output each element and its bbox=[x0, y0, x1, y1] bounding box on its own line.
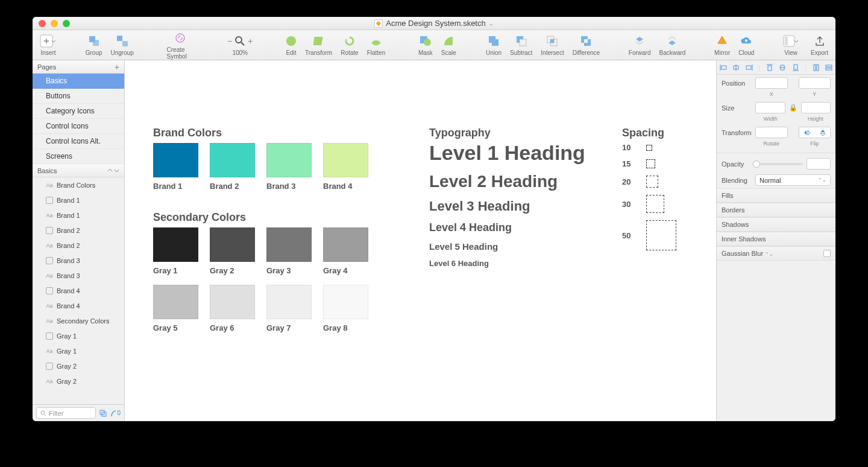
color-swatch[interactable] bbox=[210, 143, 255, 177]
layer-row[interactable]: AaBrand 1 bbox=[33, 208, 124, 223]
window-title-text: Acme Design System.sketch bbox=[386, 19, 485, 28]
layer-row[interactable]: Gray 1 bbox=[33, 328, 124, 343]
color-swatch[interactable] bbox=[323, 285, 368, 319]
artboard-nav-icon[interactable] bbox=[107, 168, 119, 173]
color-swatch[interactable] bbox=[153, 143, 198, 177]
shadows-section[interactable]: Shadows bbox=[717, 217, 835, 232]
spacing-row: 15 bbox=[622, 159, 676, 168]
color-swatch[interactable] bbox=[153, 227, 198, 262]
layer-row[interactable]: AaBrand 2 bbox=[33, 238, 124, 253]
position-y-input[interactable] bbox=[799, 77, 831, 89]
width-input[interactable] bbox=[755, 102, 785, 113]
inner-shadows-section[interactable]: Inner Shadows bbox=[717, 232, 835, 246]
gaussian-blur-section[interactable]: Gaussian Blur ⌃⌄ bbox=[717, 246, 835, 261]
blending-select[interactable]: Normal⌃⌄ bbox=[755, 174, 831, 186]
color-swatch[interactable] bbox=[266, 227, 312, 262]
filter-input[interactable]: Filter bbox=[36, 407, 96, 419]
shape-icon bbox=[46, 287, 53, 294]
mirror-button[interactable]: Mirror bbox=[712, 34, 732, 56]
page-item[interactable]: Basics bbox=[33, 74, 124, 89]
ungroup-button[interactable]: Ungroup bbox=[108, 34, 136, 56]
color-swatch[interactable] bbox=[210, 285, 255, 319]
difference-button[interactable]: Difference bbox=[570, 34, 602, 56]
zoom-control[interactable]: −+ 100% bbox=[225, 34, 255, 56]
titlebar: Acme Design System.sketch ⌄ bbox=[33, 17, 835, 30]
intersect-button[interactable]: Intersect bbox=[538, 34, 566, 56]
svg-rect-3 bbox=[117, 36, 122, 41]
filter-slices-icon[interactable]: 0 bbox=[110, 410, 121, 417]
layer-row[interactable]: Brand 2 bbox=[33, 223, 124, 238]
page-item[interactable]: Category Icons bbox=[33, 104, 124, 119]
shape-icon bbox=[46, 227, 53, 234]
svg-rect-7 bbox=[313, 37, 323, 45]
spacing-box bbox=[646, 159, 655, 168]
layer-row[interactable]: Brand 1 bbox=[33, 192, 124, 208]
filter-symbols-icon[interactable] bbox=[99, 410, 107, 417]
forward-button[interactable]: Forward bbox=[626, 34, 653, 56]
swatch-label: Gray 5 bbox=[153, 323, 198, 332]
layer-row[interactable]: Brand 3 bbox=[33, 253, 124, 268]
opacity-slider[interactable] bbox=[755, 163, 803, 165]
add-page-icon[interactable]: + bbox=[115, 62, 119, 72]
canvas[interactable]: Brand Colors Brand 1Brand 2Brand 3Brand … bbox=[125, 60, 716, 421]
color-swatch[interactable] bbox=[210, 227, 255, 262]
rotate-button[interactable]: Rotate bbox=[338, 34, 360, 56]
backward-button[interactable]: Backward bbox=[656, 34, 688, 56]
heading-sample: Level 2 Heading bbox=[429, 172, 585, 191]
shape-icon bbox=[46, 257, 53, 264]
transform-button[interactable]: Transform bbox=[303, 34, 335, 56]
page-item[interactable]: Buttons bbox=[33, 89, 124, 104]
page-item[interactable]: Control Icons bbox=[33, 119, 124, 134]
fills-section[interactable]: Fills bbox=[717, 188, 835, 203]
cloud-button[interactable]: Cloud bbox=[736, 34, 756, 56]
edit-button[interactable]: Edit bbox=[283, 34, 299, 56]
view-button[interactable]: View bbox=[781, 34, 801, 56]
color-swatch[interactable] bbox=[266, 285, 312, 319]
color-swatch[interactable] bbox=[323, 143, 368, 177]
subtract-button[interactable]: Subtract bbox=[508, 34, 535, 56]
scale-button[interactable]: Scale bbox=[439, 34, 459, 56]
export-button[interactable]: Export bbox=[808, 34, 831, 56]
layer-row[interactable]: AaSecondary Colors bbox=[33, 313, 124, 328]
color-swatch[interactable] bbox=[323, 227, 368, 262]
window-title[interactable]: Acme Design System.sketch ⌄ bbox=[33, 19, 835, 28]
opacity-input[interactable] bbox=[807, 158, 831, 170]
height-input[interactable] bbox=[801, 102, 831, 113]
layer-row[interactable]: AaBrand Colors bbox=[33, 177, 124, 192]
layer-row[interactable]: AaBrand 3 bbox=[33, 268, 124, 283]
rotate-input[interactable] bbox=[755, 127, 788, 138]
flip-buttons[interactable] bbox=[799, 127, 831, 138]
layer-row[interactable]: Brand 4 bbox=[33, 283, 124, 298]
group-button[interactable]: Group bbox=[83, 34, 105, 56]
blur-checkbox[interactable] bbox=[823, 250, 831, 257]
text-icon: Aa bbox=[46, 348, 53, 355]
mask-button[interactable]: Mask bbox=[416, 34, 435, 56]
svg-point-19 bbox=[41, 411, 45, 415]
layer-row[interactable]: AaBrand 4 bbox=[33, 298, 124, 313]
size-label: Size bbox=[722, 104, 752, 112]
svg-point-5 bbox=[236, 37, 242, 43]
svg-point-6 bbox=[286, 36, 296, 46]
layer-row[interactable]: AaGray 1 bbox=[33, 343, 124, 358]
align-controls[interactable]: | | bbox=[717, 60, 835, 75]
svg-rect-16 bbox=[550, 39, 554, 43]
flatten-button[interactable]: Flatten bbox=[365, 34, 388, 56]
insert-button[interactable]: Insert bbox=[37, 34, 59, 56]
artboard-header: Basics bbox=[33, 164, 124, 177]
page-item[interactable]: Screens bbox=[33, 149, 124, 164]
borders-section[interactable]: Borders bbox=[717, 203, 835, 217]
transform-label: Transform bbox=[722, 129, 752, 136]
layer-row[interactable]: AaGray 2 bbox=[33, 373, 124, 389]
create-symbol-button[interactable]: Create Symbol bbox=[165, 31, 197, 60]
swatch-label: Brand 4 bbox=[323, 182, 368, 191]
position-x-input[interactable] bbox=[755, 77, 788, 89]
color-swatch[interactable] bbox=[153, 285, 198, 319]
page-item[interactable]: Control Icons Alt. bbox=[33, 134, 124, 149]
layer-row[interactable]: Gray 2 bbox=[33, 358, 124, 373]
union-button[interactable]: Union bbox=[483, 34, 504, 56]
heading-sample: Level 1 Heading bbox=[429, 141, 585, 165]
spacing-box bbox=[646, 220, 676, 250]
color-swatch[interactable] bbox=[266, 143, 312, 177]
lock-icon[interactable]: 🔒 bbox=[789, 104, 797, 112]
spacing-row: 50 bbox=[622, 220, 676, 250]
